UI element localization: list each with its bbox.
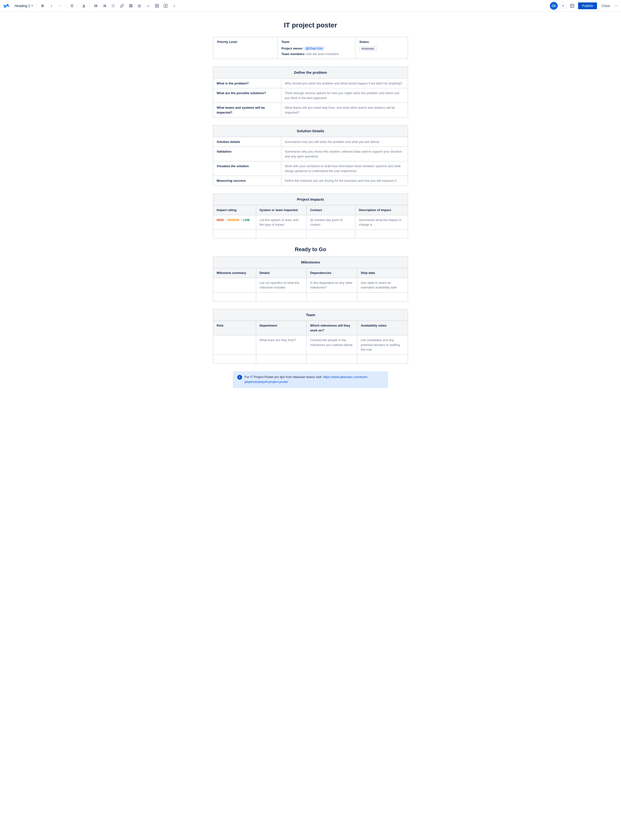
priority-level-cell: Priority Level [213, 37, 277, 59]
svg-rect-15 [104, 6, 106, 7]
impact-medium-label: MEDIUM [227, 218, 239, 222]
svg-rect-5 [95, 5, 97, 5]
problem-row-label-2: What teams and systems will be impacted? [213, 103, 282, 117]
bold-button[interactable]: B [39, 2, 47, 10]
milestones-header: Milestones [213, 256, 408, 268]
status-badge: PENDING [359, 47, 377, 51]
numbered-list-button[interactable]: 1. 2. 3. [101, 2, 108, 10]
table-row: Measuring success Define the outcome you… [213, 176, 408, 186]
table-row: Impact rating System or team impacted Co… [213, 205, 408, 215]
table-button[interactable] [153, 2, 161, 10]
impact-empty-row-2 [256, 229, 307, 238]
impact-col-header-3: Description of impact [355, 205, 408, 215]
avatar[interactable]: CK [550, 2, 558, 10]
heading-selector-label: Heading 2 [15, 4, 30, 8]
problem-row-desc-2: What teams will you need help from, and … [282, 103, 408, 117]
impact-low-label: LOW [243, 218, 250, 222]
mention-button[interactable]: @ [136, 2, 143, 10]
project-owner-label: Project owner: [282, 47, 303, 50]
svg-rect-2 [71, 6, 73, 6]
team-cell: Team Project owner: @Chan Kim Team membe… [277, 37, 355, 59]
ready-to-go-heading: Ready to Go [213, 246, 408, 253]
team-role-cell [213, 335, 256, 355]
svg-rect-21 [164, 4, 165, 8]
milestone-col-2: Dependencies [307, 268, 357, 278]
team-col-2: Which milestones will they work on? [307, 321, 357, 335]
project-owner-mention[interactable]: @Chan Kim [304, 46, 324, 50]
status-label: Status [359, 40, 404, 44]
bullet-list-button[interactable] [92, 2, 100, 10]
info-text-before: For IT Project Poster pro tips from Atla… [244, 375, 323, 379]
table-row: Solution Details [213, 126, 408, 137]
info-box: i For IT Project Poster pro tips from At… [233, 371, 388, 388]
impact-system-cell: List the system or team and the type of … [256, 215, 307, 229]
add-collaborator-button[interactable]: + [560, 2, 566, 9]
table-row: Milestones [213, 256, 408, 268]
priority-level-label: Priority Level [217, 40, 273, 44]
project-impacts-table: Project Impacts Impact rating System or … [213, 194, 408, 238]
table-row [213, 355, 408, 363]
page-content: IT project poster Priority Level Team Pr… [201, 12, 420, 407]
team-members-placeholder: Add the team members [306, 52, 339, 56]
confluence-logo [3, 2, 10, 9]
impact-contact-cell: @ mention key point of contact [307, 215, 355, 229]
chevron-down-icon: ▾ [32, 5, 33, 7]
impact-sep-1: / [225, 218, 227, 222]
table-row [213, 229, 408, 238]
solution-row-label-2: Visualize the solution [213, 161, 282, 176]
media-button[interactable]: 🖼 [127, 2, 135, 10]
page-title: IT project poster [213, 21, 408, 29]
project-owner-row: Project owner: @Chan Kim [282, 47, 351, 50]
table-row: Visualize the solution Work with your ar… [213, 161, 408, 176]
team-members-row: Team members: Add the team members [282, 52, 351, 56]
team-col-0: Role [213, 321, 256, 335]
table-row: Project Impacts [213, 194, 408, 205]
italic-button[interactable]: I [47, 2, 55, 10]
milestone-empty-4 [357, 293, 408, 301]
heading-selector[interactable]: Heading 2 ▾ [13, 3, 35, 9]
solution-row-label-0: Solution details [213, 137, 282, 147]
solution-row-label-3: Measuring success [213, 176, 282, 186]
emoji-button[interactable]: ☺ [144, 2, 152, 10]
link-button[interactable] [118, 2, 126, 10]
team-availability-cell: List candidates and any potential blocke… [357, 335, 408, 355]
impact-rating-cell: HIGH / MEDIUM / LOW [213, 215, 256, 229]
insert-more-button[interactable]: + [171, 2, 178, 10]
impact-empty-row-4 [355, 229, 408, 238]
close-button[interactable]: Close [599, 2, 612, 9]
svg-rect-16 [155, 4, 159, 8]
impact-sep-2: / [241, 218, 242, 222]
svg-point-6 [94, 5, 95, 6]
task-list-button[interactable]: ☑ [109, 2, 117, 10]
svg-rect-22 [166, 4, 167, 8]
milestone-empty-3 [307, 293, 357, 301]
milestone-empty-1 [213, 293, 256, 301]
align-button[interactable] [68, 2, 76, 10]
problem-row-label-1: What are the possible solutions? [213, 88, 282, 103]
problem-row-desc-0: Why should you solve this problem and wh… [282, 78, 408, 88]
solution-row-desc-3: Define the outcome you are driving for t… [282, 176, 408, 186]
team-col-3: Availability notes [357, 321, 408, 335]
more-text-format-button[interactable]: ··· [56, 2, 64, 10]
table-row: Team [213, 309, 408, 321]
template-icon-button[interactable] [568, 2, 576, 10]
status-cell: Status PENDING [355, 37, 408, 59]
table-row: What are the possible solutions? Think t… [213, 88, 408, 103]
milestone-ship-date-cell: Use /date to share an estimated availabi… [357, 278, 408, 293]
text-color-button[interactable]: A [80, 2, 88, 10]
milestone-dependencies-cell: Is this dependent on any other milestone… [307, 278, 357, 293]
toolbar-divider-3 [78, 3, 78, 9]
svg-rect-1 [71, 5, 74, 5]
team-table: Team Role Department Which milestones wi… [213, 309, 408, 364]
problem-row-desc-1: Think through several options for how yo… [282, 88, 408, 103]
toolbar: Heading 2 ▾ B I ··· A 1. 2. [0, 0, 621, 12]
table-row: What teams and systems will be impacted?… [213, 103, 408, 117]
impact-description-cell: Summarize what the impact or change is [355, 215, 408, 229]
team-empty-4 [357, 355, 408, 363]
more-options-button[interactable]: ··· [615, 3, 618, 8]
impact-col-header-0: Impact rating [213, 205, 256, 215]
priority-team-status-table: Priority Level Team Project owner: @Chan… [213, 37, 408, 59]
columns-button[interactable] [162, 2, 170, 10]
toolbar-divider-1 [36, 3, 37, 9]
publish-button[interactable]: Publish [578, 2, 597, 9]
